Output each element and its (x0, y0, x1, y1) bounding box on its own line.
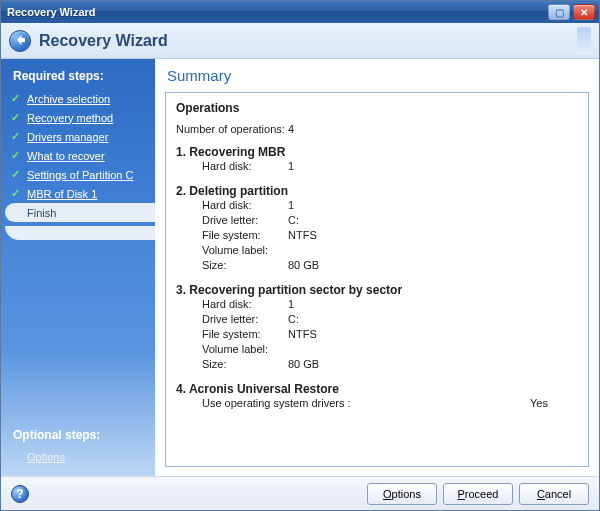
content-pane: Summary Operations Number of operations:… (155, 59, 599, 476)
cancel-button[interactable]: Cancel (519, 483, 589, 505)
step-label: MBR of Disk 1 (27, 188, 97, 200)
step-label: Recovery method (27, 112, 113, 124)
step-label: What to recover (27, 150, 105, 162)
check-icon: ✓ (11, 111, 23, 124)
operation-item: 1. Recovering MBR Hard disk: 1 (176, 145, 578, 174)
operation-field: Volume label: (202, 342, 578, 357)
operation-field: Drive letter:C: (202, 213, 578, 228)
optional-step-label: Options (27, 451, 65, 463)
close-button[interactable]: ✕ (573, 4, 595, 20)
sidebar-step-finish: ✓ Finish (5, 203, 155, 222)
sidebar-step-archive-selection[interactable]: ✓ Archive selection (1, 89, 155, 108)
operation-heading: 1. Recovering MBR (176, 145, 578, 159)
sidebar-step-what-to-recover[interactable]: ✓ What to recover (1, 146, 155, 165)
sidebar-step-drivers-manager[interactable]: ✓ Drivers manager (1, 127, 155, 146)
optional-steps-heading: Optional steps: (1, 424, 155, 448)
check-icon: ✓ (11, 130, 23, 143)
check-icon: ✓ (11, 92, 23, 105)
check-icon: ✓ (11, 149, 23, 162)
operation-field: Drive letter:C: (202, 312, 578, 327)
sidebar-step-recovery-method[interactable]: ✓ Recovery method (1, 108, 155, 127)
maximize-icon: ▢ (555, 7, 564, 18)
sidebar-step-mbr-of-disk-1[interactable]: ✓ MBR of Disk 1 (1, 184, 155, 203)
operation-heading: 3. Recovering partition sector by sector (176, 283, 578, 297)
operation-item: 3. Recovering partition sector by sector… (176, 283, 578, 372)
operations-box: Operations Number of operations: 4 1. Re… (165, 92, 589, 467)
step-label: Archive selection (27, 93, 110, 105)
step-label: Settings of Partition C (27, 169, 133, 181)
operation-field: Size:80 GB (202, 258, 578, 273)
help-icon: ? (16, 487, 23, 501)
operation-field: Size:80 GB (202, 357, 578, 372)
operation-field: File system:NTFS (202, 327, 578, 342)
operation-field: Hard disk: 1 (202, 159, 578, 174)
header-decor (577, 27, 591, 55)
operation-field: Use operating system drivers : Yes (202, 396, 578, 411)
operation-heading: 4. Acronis Universal Restore (176, 382, 578, 396)
operation-field: Hard disk:1 (202, 198, 578, 213)
check-icon: ✓ (11, 187, 23, 200)
operation-field: Volume label: (202, 243, 578, 258)
wizard-footer: ? Options Proceed Cancel (1, 476, 599, 510)
window-titlebar: Recovery Wizard ▢ ✕ (1, 1, 599, 23)
maximize-button[interactable]: ▢ (548, 4, 570, 20)
page-title: Recovery Wizard (39, 32, 168, 50)
step-label: Drivers manager (27, 131, 108, 143)
wizard-header: Recovery Wizard (1, 23, 599, 59)
options-button[interactable]: Options (367, 483, 437, 505)
help-button[interactable]: ? (11, 485, 29, 503)
sidebar-cutout (5, 226, 155, 240)
operation-item: 2. Deleting partition Hard disk:1 Drive … (176, 184, 578, 273)
proceed-button[interactable]: Proceed (443, 483, 513, 505)
window-title: Recovery Wizard (7, 6, 545, 18)
sidebar-step-settings-partition-c[interactable]: ✓ Settings of Partition C (1, 165, 155, 184)
operation-field: Hard disk:1 (202, 297, 578, 312)
required-steps-heading: Required steps: (1, 65, 155, 89)
content-title: Summary (167, 67, 589, 84)
back-button[interactable] (9, 30, 31, 52)
operations-heading: Operations (176, 101, 578, 115)
step-label: Finish (27, 207, 56, 219)
operation-item: 4. Acronis Universal Restore Use operati… (176, 382, 578, 411)
operations-count: Number of operations: 4 (176, 123, 578, 135)
check-icon: ✓ (11, 168, 23, 181)
close-icon: ✕ (580, 7, 588, 18)
sidebar: Required steps: ✓ Archive selection ✓ Re… (1, 59, 155, 476)
operation-heading: 2. Deleting partition (176, 184, 578, 198)
operation-field: File system:NTFS (202, 228, 578, 243)
back-arrow-icon (14, 34, 26, 48)
sidebar-optional-options[interactable]: Options (1, 448, 155, 466)
